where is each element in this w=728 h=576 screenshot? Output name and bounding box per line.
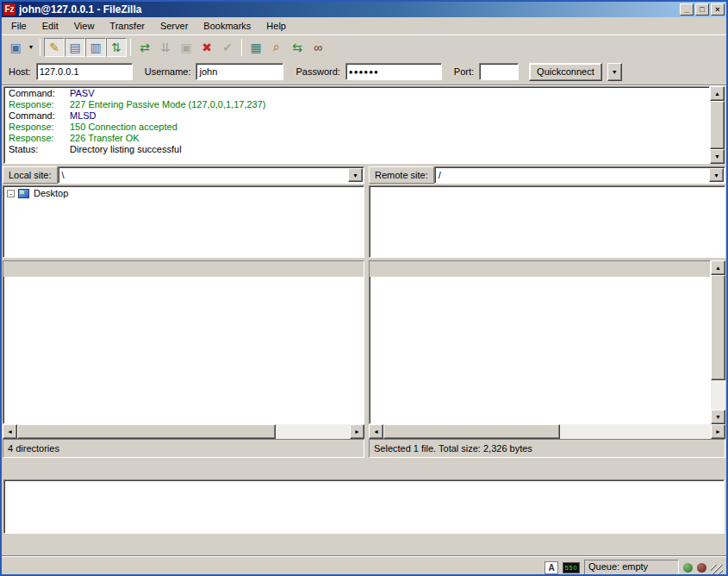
menu-file[interactable]: File: [3, 19, 34, 33]
toolbar-separator: [40, 39, 40, 56]
scroll-left-icon[interactable]: ◄: [3, 424, 17, 439]
scroll-right-icon[interactable]: ►: [711, 424, 725, 439]
scroll-right-icon[interactable]: ►: [350, 424, 364, 439]
scroll-left-icon[interactable]: ◄: [369, 424, 383, 439]
menu-transfer[interactable]: Transfer: [102, 19, 152, 33]
refresh-icon: ⇄: [140, 41, 150, 54]
toggle-local-tree-button[interactable]: ▤: [65, 38, 85, 57]
log-line: Status:Directory listing successful: [4, 144, 709, 155]
scroll-up-icon[interactable]: ▲: [711, 260, 725, 275]
log-label: Response:: [4, 122, 70, 133]
quickconnect-button[interactable]: Quickconnect: [529, 63, 602, 81]
find-files-icon: ∞: [314, 41, 322, 54]
menu-server[interactable]: Server: [152, 19, 196, 33]
disconnect-button[interactable]: ✖: [196, 38, 217, 57]
message-log-pane: Command:PASVResponse:227 Entering Passiv…: [3, 86, 725, 164]
tree-item-desktop[interactable]: -Desktop: [3, 186, 364, 200]
port-input[interactable]: [479, 63, 519, 80]
remote-vertical-scrollbar[interactable]: ▲ ▼: [711, 260, 725, 424]
remote-pane: Remote site: / ▼ ▲ ▼: [368, 166, 726, 458]
log-label: Command:: [4, 88, 70, 99]
filezilla-window: Fz john@127.0.0.1 - FileZilla _□× FileEd…: [0, 0, 728, 576]
log-line: Response:226 Transfer OK: [4, 133, 709, 144]
reconnect-button[interactable]: ✔: [217, 38, 238, 57]
chevron-down-icon[interactable]: ▼: [709, 168, 724, 182]
queue-list[interactable]: [3, 479, 725, 534]
site-manager-dropdown[interactable]: ▼: [26, 38, 36, 57]
directory-comparison-icon: ⌕: [273, 40, 280, 54]
transfer-tabs: [2, 536, 726, 555]
scroll-up-icon[interactable]: ▲: [710, 86, 725, 101]
toggle-message-log-button[interactable]: ✎: [44, 38, 65, 57]
toggle-remote-tree-icon: ▥: [90, 41, 101, 54]
remote-tree: [369, 185, 725, 258]
remote-hscroll-thumb[interactable]: [383, 424, 560, 439]
chevron-down-icon[interactable]: ▼: [348, 168, 363, 182]
resize-grip[interactable]: [711, 565, 723, 576]
local-tree: -Desktop: [3, 185, 364, 258]
menu-bookmarks[interactable]: Bookmarks: [196, 19, 258, 33]
log-vertical-scrollbar[interactable]: ▲ ▼: [710, 86, 725, 164]
refresh-button[interactable]: ⇄: [134, 38, 155, 57]
minimize-button[interactable]: _: [680, 3, 694, 16]
filter-button[interactable]: ▦: [246, 38, 266, 57]
message-log: Command:PASVResponse:227 Entering Passiv…: [3, 86, 710, 164]
log-text: 227 Entering Passive Mode (127,0,0,1,17,…: [70, 99, 265, 110]
log-label: Status:: [4, 144, 70, 155]
menu-help[interactable]: Help: [258, 19, 294, 33]
remote-site-combo[interactable]: / ▼: [434, 166, 725, 184]
host-input[interactable]: [36, 63, 133, 80]
status-bar: A 550 Queue: empty: [2, 555, 726, 576]
local-pane: Local site: \ ▼ -Desktop ◄ ► 4 dir: [2, 166, 365, 458]
menu-view[interactable]: View: [66, 19, 103, 33]
quickconnect-dropdown[interactable]: ▼: [607, 63, 622, 81]
find-files-button[interactable]: ∞: [308, 38, 328, 57]
menu-edit[interactable]: Edit: [34, 19, 66, 33]
site-manager-button[interactable]: ▣: [5, 38, 26, 57]
port-label: Port:: [454, 66, 474, 77]
cancel-button[interactable]: ▣: [176, 38, 196, 57]
cancel-icon: ▣: [180, 41, 191, 54]
title-bar[interactable]: Fz john@127.0.0.1 - FileZilla _□×: [2, 2, 726, 17]
local-site-value: \: [59, 170, 347, 180]
local-hscroll-thumb[interactable]: [17, 424, 276, 439]
activity-led-red: [697, 563, 706, 573]
log-label: Response:: [4, 99, 70, 110]
toggle-message-log-icon: ✎: [49, 41, 59, 54]
log-text: MLSD: [70, 110, 96, 122]
scroll-down-icon[interactable]: ▼: [711, 410, 725, 424]
process-queue-button[interactable]: ⇊: [155, 38, 176, 57]
directory-comparison-button[interactable]: ⌕: [266, 38, 287, 57]
password-input[interactable]: [345, 63, 442, 80]
data-type-indicator-icon: A: [544, 561, 558, 574]
toggle-queue-icon: ⇅: [111, 41, 121, 54]
remote-horizontal-scrollbar[interactable]: ◄ ►: [369, 424, 725, 439]
toolbar: ▣▼✎▤▥⇅⇄⇊▣✖✔▦⌕⇆∞: [2, 35, 726, 59]
local-horizontal-scrollbar[interactable]: ◄ ►: [3, 424, 364, 439]
toggle-remote-tree-button[interactable]: ▥: [85, 38, 106, 57]
username-label: Username:: [145, 66, 191, 77]
log-scroll-thumb[interactable]: [710, 101, 725, 149]
close-button[interactable]: ×: [711, 3, 725, 16]
desktop-icon: [18, 189, 29, 198]
toolbar-separator: [241, 39, 242, 56]
password-label: Password:: [296, 66, 339, 77]
speed-limit-icon[interactable]: 550: [563, 562, 580, 573]
toggle-queue-button[interactable]: ⇅: [106, 38, 127, 57]
local-site-combo[interactable]: \ ▼: [58, 166, 364, 184]
remote-file-list: ▲ ▼: [369, 260, 725, 424]
log-line: Command:MLSD: [4, 110, 709, 122]
quickconnect-bar: Host: Username: Password: Port: Quickcon…: [2, 59, 726, 85]
remote-vscroll-thumb[interactable]: [711, 275, 725, 380]
scroll-down-icon[interactable]: ▼: [710, 149, 725, 164]
log-text: Directory listing successful: [70, 144, 182, 155]
maximize-button[interactable]: □: [695, 3, 709, 16]
collapse-icon[interactable]: -: [7, 190, 15, 197]
log-text: PASV: [70, 88, 95, 99]
window-title: john@127.0.0.1 - FileZilla: [19, 3, 678, 16]
local-status-text: 4 directories: [3, 439, 364, 458]
synchronized-browsing-button[interactable]: ⇆: [287, 38, 308, 57]
reconnect-icon: ✔: [222, 41, 233, 54]
local-file-list: [3, 260, 364, 424]
username-input[interactable]: [196, 63, 283, 80]
